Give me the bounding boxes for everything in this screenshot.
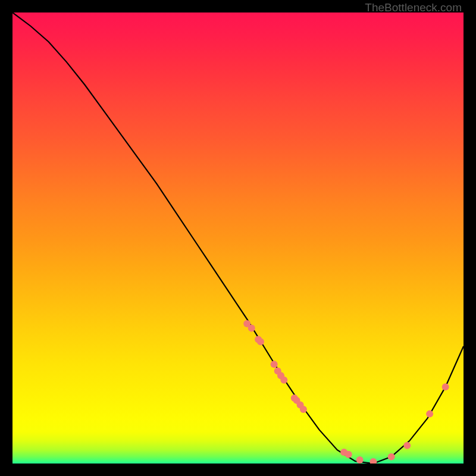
bottleneck-curve <box>12 12 464 464</box>
plot-area <box>12 12 464 464</box>
watermark-text: TheBottleneck.com <box>365 1 462 14</box>
highlight-dot <box>442 383 449 390</box>
highlight-dot <box>248 325 255 332</box>
highlight-dot <box>280 377 287 384</box>
chart-svg <box>12 12 464 464</box>
highlight-dot <box>257 338 264 345</box>
highlight-dot <box>426 411 433 418</box>
highlight-dot <box>271 361 278 368</box>
highlight-dot <box>403 442 411 449</box>
highlight-dot <box>388 453 395 461</box>
highlight-dot <box>356 456 364 464</box>
highlight-dot <box>369 458 377 464</box>
highlight-dots <box>243 320 449 464</box>
highlight-dot <box>345 451 352 458</box>
highlight-dot <box>300 406 307 413</box>
